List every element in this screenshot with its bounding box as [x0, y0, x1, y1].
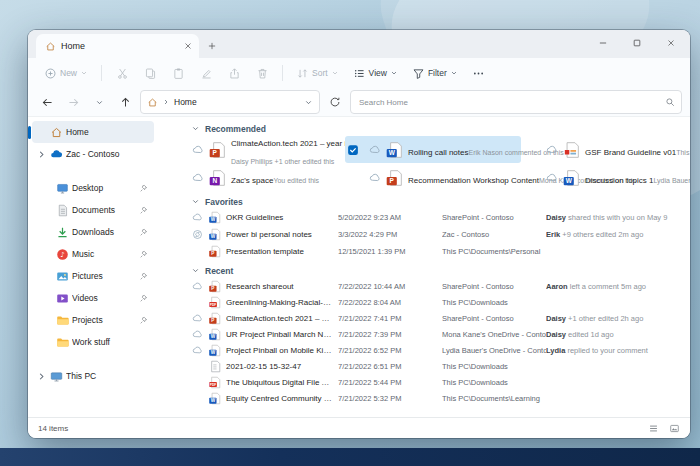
date-modified: 7/22/2022 8:04 AM	[338, 298, 442, 307]
breadcrumb[interactable]: Home	[140, 90, 320, 114]
file-row-project-pinball-on-mobile-kickoff[interactable]: WProject Pinball on Mobile KickOff7/21/2…	[168, 342, 686, 358]
sidebar-item-this-pc[interactable]: This PC	[32, 365, 154, 387]
sidebar-item-music[interactable]: ♪Music	[52, 243, 154, 265]
word-file-icon: W	[208, 228, 221, 241]
file-title: Discussion topics 1	[585, 176, 653, 185]
activity-cell: Erik +9 others edited 2m ago	[546, 230, 686, 239]
chevron-right-icon[interactable]	[36, 149, 47, 160]
sort-button[interactable]: Sort	[290, 61, 345, 85]
icon-cell: PDF	[208, 296, 226, 309]
sidebar-item-downloads[interactable]: Downloads	[52, 221, 154, 243]
pictures-icon	[56, 270, 69, 283]
date-modified: 7/21/2022 6:51 PM	[338, 362, 442, 371]
file-location: This PC\Downloads	[442, 298, 546, 307]
chevron-down-icon	[95, 98, 104, 107]
more-icon	[472, 67, 485, 80]
favorites-section-header[interactable]: Favorites	[168, 194, 686, 209]
sidebar-item-pictures[interactable]: Pictures	[52, 265, 154, 287]
details-view-icon[interactable]	[648, 423, 659, 434]
recommended-card-recommendation-workshop-content[interactable]: PRecommendation Workshop ContentMona Kan…	[345, 164, 521, 191]
recommended-card-discussion-topics-1[interactable]: WDiscussion topics 1Lydia Bauer + 5 othe…	[522, 164, 690, 191]
file-name: Greenlining-Making-Racial-Equity-Rea…	[226, 298, 338, 307]
breadcrumb-segment[interactable]: Home	[174, 97, 197, 107]
delete-button[interactable]	[249, 61, 275, 85]
file-row-presentation-template[interactable]: PPresentation template12/15/2021 1:39 PM…	[168, 243, 686, 260]
paste-button[interactable]	[165, 61, 191, 85]
svg-text:P: P	[211, 251, 214, 256]
tab-home[interactable]: Home	[36, 34, 199, 58]
forward-button[interactable]	[62, 91, 84, 113]
file-location: SharePoint - Contoso	[442, 314, 546, 323]
date-modified: 5/20/2022 9:23 AM	[338, 213, 442, 222]
svg-text:♪: ♪	[60, 251, 64, 259]
tab-close-icon[interactable]	[183, 41, 193, 51]
file-row-ur-project-pinball-march-notes[interactable]: WUR Project Pinball March Notes7/21/2022…	[168, 326, 686, 342]
thumbnails-view-icon[interactable]	[669, 423, 680, 434]
share-button[interactable]	[221, 61, 247, 85]
caption-controls	[586, 30, 688, 56]
copy-button[interactable]	[137, 61, 163, 85]
plus-icon	[207, 41, 217, 51]
file-row-climateaction-tech-2021-year-in-review[interactable]: PClimateAction.tech 2021 – year in revie…	[168, 310, 686, 326]
toolbar-divider	[282, 65, 283, 81]
maximize-button[interactable]	[620, 30, 654, 56]
sidebar-item-label: Documents	[72, 205, 136, 215]
recommended-card-zac-s-space[interactable]: NZac's spaceYou edited this	[168, 164, 344, 191]
file-row-greenlining-making-racial-equity-rea[interactable]: PDFGreenlining-Making-Racial-Equity-Rea……	[168, 294, 686, 310]
up-button[interactable]	[114, 91, 136, 113]
close-button[interactable]	[654, 30, 688, 56]
file-name: Power bi personal notes	[226, 230, 338, 239]
view-button[interactable]: View	[347, 61, 404, 85]
recommended-card-gsf-brand-guideline-v01[interactable]: GSF Brand Guideline v01This related to a…	[522, 136, 690, 163]
svg-text:P: P	[390, 177, 395, 184]
recent-section-header[interactable]: Recent	[168, 263, 686, 278]
gsf-file-icon	[562, 141, 580, 159]
pdf-file-icon: PDF	[208, 296, 221, 309]
music-icon: ♪	[56, 248, 69, 261]
up-arrow-icon	[119, 96, 132, 109]
file-row-power-bi-personal-notes[interactable]: WPower bi personal notes3/3/2022 4:29 PM…	[168, 226, 686, 243]
recommended-cards-grid: PClimateAction.tech 2021 – year in…Daisy…	[168, 136, 686, 191]
sidebar-item-desktop[interactable]: Desktop	[52, 177, 154, 199]
file-row-2021-02-15-15-32-47[interactable]: 2021-02-15 15-32-477/21/2022 6:51 PMThis…	[168, 358, 686, 374]
sidebar-item-videos[interactable]: Videos	[52, 287, 154, 309]
sidebar-item-zac-contoso[interactable]: Zac - Contoso	[32, 143, 154, 165]
file-row-the-ubiquitous-digital-file-a-review-o[interactable]: PDFThe Ubiquitous Digital File A Review …	[168, 374, 686, 390]
downloads-icon	[56, 226, 69, 239]
refresh-button[interactable]	[324, 91, 346, 113]
rename-button[interactable]	[193, 61, 219, 85]
file-name: ClimateAction.tech 2021 – year in review	[226, 314, 338, 323]
cut-button[interactable]	[109, 61, 135, 85]
back-button[interactable]	[36, 91, 58, 113]
recommended-card-climateaction-tech-2021-year-in[interactable]: PClimateAction.tech 2021 – year in…Daisy…	[168, 136, 344, 163]
icon-cell	[208, 360, 226, 373]
status-cell	[192, 229, 208, 240]
chevron-down-icon[interactable]	[304, 98, 313, 107]
file-location: SharePoint - Contoso	[442, 282, 546, 291]
sidebar-item-home[interactable]: Home	[32, 121, 154, 143]
search-input[interactable]	[357, 97, 665, 108]
ppt-file-icon: P	[208, 312, 221, 325]
new-tab-button[interactable]	[199, 34, 225, 58]
file-row-research-shareout[interactable]: PResearch shareout7/22/2022 10:44 AMShar…	[168, 278, 686, 294]
file-row-okr-guidelines[interactable]: WOKR Guidelines5/20/2022 9:23 AMSharePoi…	[168, 209, 686, 226]
cloud-status-icon	[192, 313, 203, 324]
checkbox-checked[interactable]	[347, 144, 369, 156]
minimize-button[interactable]	[586, 30, 620, 56]
chevron-right-icon[interactable]	[36, 371, 47, 382]
file-row-equity-centred-community-design[interactable]: WEquity Centred Community Design7/21/202…	[168, 390, 686, 406]
activity-cell: Aaron left a comment 5m ago	[546, 282, 686, 291]
new-button[interactable]: New	[38, 61, 94, 85]
sidebar-item-projects[interactable]: Projects	[52, 309, 154, 331]
recent-locations-button[interactable]	[88, 91, 110, 113]
search-box[interactable]	[350, 90, 682, 114]
file-location: This PC\Documents\Learning	[442, 394, 546, 403]
sidebar-item-work-stuff[interactable]: Work stuff	[52, 331, 154, 353]
more-options-button[interactable]	[466, 61, 492, 85]
recommended-card-rolling-call-notes[interactable]: WRolling call notesErik Nason commented …	[345, 136, 521, 163]
pin-icon	[139, 206, 148, 215]
filter-button[interactable]: Filter	[406, 61, 464, 85]
sidebar-item-documents[interactable]: Documents	[52, 199, 154, 221]
recent-rows: PResearch shareout7/22/2022 10:44 AMShar…	[168, 278, 686, 406]
sync-status-icon	[192, 229, 203, 240]
